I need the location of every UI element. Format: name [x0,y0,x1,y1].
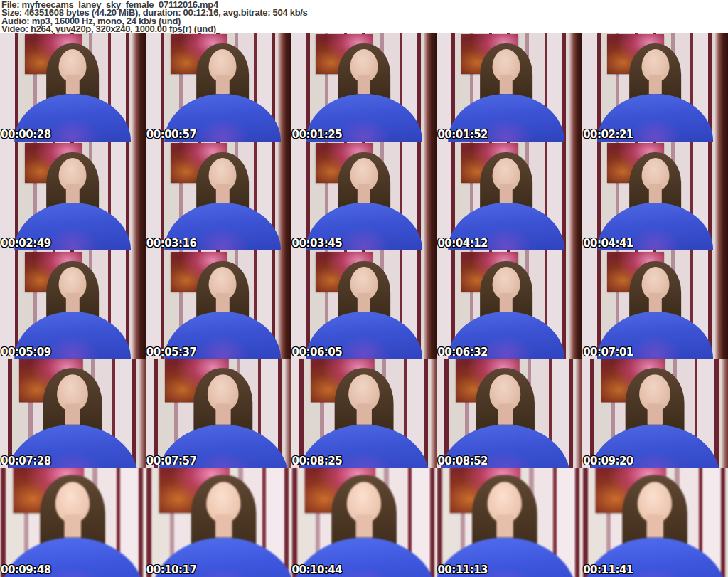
person-neck [215,514,232,537]
frame-image-placeholder [437,468,582,577]
file-info-header: File: myfreecams_laney_sky_female_071120… [0,0,728,33]
door-edge [431,359,437,468]
door-edge [132,250,145,359]
door-edge [722,359,728,468]
person-neck [66,184,79,203]
video-frame-thumbnail: 00:06:32 [437,250,582,359]
person-neck [216,184,229,203]
frame-timestamp: 00:10:17 [146,563,197,576]
person-neck [358,75,370,94]
door-edge [715,250,728,359]
frame-image-placeholder [582,359,728,468]
frame-image-placeholder [0,468,146,577]
door-edge [278,33,291,142]
frame-image-placeholder [291,468,437,577]
door-edge [569,250,582,359]
door-edge [132,142,145,250]
video-frame-thumbnail: 00:10:17 [146,468,291,577]
video-frame-thumbnail: 00:07:01 [582,250,728,359]
frame-timestamp: 00:11:41 [583,563,633,576]
door-edge [424,142,437,250]
frame-image-placeholder [0,33,146,142]
frame-timestamp: 00:11:13 [437,563,488,576]
door-edge [278,250,291,359]
door-edge [569,142,582,250]
person-neck [216,403,231,424]
video-frame-thumbnail: 00:07:28 [0,359,146,468]
frame-image-placeholder [437,250,582,359]
door-edge [424,250,437,359]
frame-image-placeholder [0,250,146,359]
frame-image-placeholder [291,33,437,142]
video-frame-thumbnail: 00:05:09 [0,250,146,359]
frame-timestamp: 00:01:52 [437,128,488,141]
video-frame-thumbnail: 00:01:52 [437,33,582,142]
video-frame-thumbnail: 00:09:20 [582,359,728,468]
frame-timestamp: 00:03:45 [292,237,343,250]
frame-image-placeholder [146,359,291,468]
person-neck [648,293,661,312]
frame-timestamp: 00:00:28 [1,128,51,141]
person-neck [500,184,513,203]
frame-timestamp: 00:01:25 [292,128,343,141]
frame-timestamp: 00:08:52 [437,455,488,467]
door-edge [715,33,728,142]
person-neck [66,293,79,312]
thumbnail-grid: 00:00:28 00:00:57 [0,33,728,577]
person-neck [500,293,513,312]
person-neck [648,403,663,424]
person-neck [497,514,513,537]
frame-image-placeholder [582,468,728,577]
frame-image-placeholder [146,468,291,577]
frame-image-placeholder [582,33,728,142]
video-frame-thumbnail: 00:06:05 [291,250,437,359]
frame-timestamp: 00:07:57 [146,455,197,467]
video-frame-thumbnail: 00:09:48 [0,468,146,577]
person-neck [65,403,80,424]
person-neck [648,184,661,203]
video-info-line: Video: h264, yuv420p, 320x240, 1000.00 f… [1,25,728,33]
video-frame-thumbnail: 00:04:41 [582,142,728,250]
person-neck [358,184,370,203]
video-frame-thumbnail: 00:00:57 [146,33,291,142]
person-neck [216,75,229,94]
person-neck [357,403,372,424]
video-frame-thumbnail: 00:11:13 [437,468,582,577]
video-contact-sheet: File: myfreecams_laney_sky_female_071120… [0,0,728,577]
frame-timestamp: 00:07:01 [583,346,633,359]
door-edge [569,33,582,142]
video-frame-thumbnail: 00:03:16 [146,142,291,250]
frame-image-placeholder [0,142,146,250]
frame-timestamp: 00:03:16 [146,237,197,250]
frame-timestamp: 00:04:41 [583,237,633,250]
frame-timestamp: 00:05:09 [1,346,51,359]
person-neck [66,75,79,94]
person-neck [358,293,370,312]
video-frame-thumbnail: 00:10:44 [291,468,437,577]
frame-timestamp: 00:02:49 [1,237,51,250]
door-edge [278,142,291,250]
frame-timestamp: 00:06:32 [437,346,488,359]
person-neck [647,514,663,537]
person-neck [498,403,513,424]
frame-timestamp: 00:00:57 [146,128,197,141]
frame-timestamp: 00:10:44 [292,563,343,576]
frame-image-placeholder [291,359,437,468]
frame-image-placeholder [291,142,437,250]
person-neck [65,514,81,537]
frame-timestamp: 00:02:21 [583,128,633,141]
video-frame-thumbnail: 00:02:49 [0,142,146,250]
frame-timestamp: 00:04:12 [437,237,488,250]
door-edge [577,359,582,468]
frame-image-placeholder [146,33,291,142]
person-neck [648,75,661,94]
frame-timestamp: 00:05:37 [146,346,197,359]
frame-image-placeholder [437,33,582,142]
frame-image-placeholder [582,250,728,359]
frame-timestamp: 00:08:25 [292,455,343,467]
frame-image-placeholder [291,250,437,359]
video-frame-thumbnail: 00:07:57 [146,359,291,468]
video-frame-thumbnail: 00:05:37 [146,250,291,359]
door-edge [139,359,145,468]
frame-timestamp: 00:06:05 [292,346,343,359]
